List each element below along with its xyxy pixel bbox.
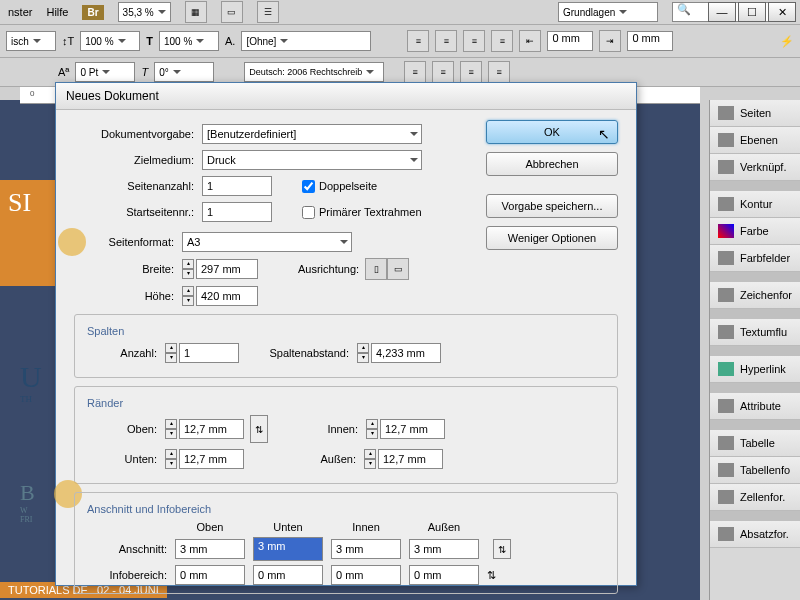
panel-parastyle[interactable]: Absatzfor. (710, 521, 800, 548)
close-button[interactable]: ✕ (768, 2, 796, 22)
scale-x[interactable]: 100 % (80, 31, 140, 51)
panel-layers[interactable]: Ebenen (710, 127, 800, 154)
workspace-select[interactable]: Grundlagen (558, 2, 658, 22)
slug-bot[interactable] (253, 565, 323, 585)
m-out-label: Außen: (266, 453, 364, 465)
panel-hyperlink[interactable]: Hyperlink (710, 356, 800, 383)
width-label: Breite: (104, 263, 182, 275)
panel-links[interactable]: Verknüpf. (710, 154, 800, 181)
margin1[interactable]: 0 mm (547, 31, 593, 51)
zoom-select[interactable]: 35,3 % (118, 2, 171, 22)
panel-charstyle[interactable]: Zeichenfor (710, 282, 800, 309)
panels-dock: Seiten Ebenen Verknüpf. Kontur Farbe Far… (709, 100, 800, 600)
justify-3-icon[interactable]: ≡ (460, 61, 482, 83)
slug-out[interactable] (409, 565, 479, 585)
char-style[interactable]: [Ohne] (241, 31, 371, 51)
panel-swatches[interactable]: Farbfelder (710, 245, 800, 272)
height-input[interactable] (196, 286, 258, 306)
window-controls: — ☐ ✕ (708, 2, 796, 22)
m-out-input[interactable] (378, 449, 443, 469)
primary-label: Primärer Textrahmen (319, 206, 422, 218)
columns-group: Spalten Anzahl: ▴▾ Spaltenabstand: ▴▾ (74, 314, 618, 378)
start-input[interactable] (202, 202, 272, 222)
align-left-icon[interactable]: ≡ (407, 30, 429, 52)
panel-stroke[interactable]: Kontur (710, 191, 800, 218)
height-label: Höhe: (104, 290, 182, 302)
primary-checkbox[interactable] (302, 206, 315, 219)
size-label: Seitenformat: (74, 236, 182, 248)
panel-cellstyle[interactable]: Zellenfor. (710, 484, 800, 511)
align-center-icon[interactable]: ≡ (435, 30, 457, 52)
portrait-icon[interactable]: ▯ (365, 258, 387, 280)
cols-g-input[interactable] (371, 343, 441, 363)
new-document-dialog: Neues Dokument OK Abbrechen Vorgabe spei… (55, 82, 637, 586)
bleed-label: Anschnitt: (87, 543, 167, 555)
cancel-button[interactable]: Abbrechen (486, 152, 618, 176)
bleed-in[interactable] (331, 539, 401, 559)
control-bar-1: isch ↕T 100 % T 100 % A. [Ohne] ≡ ≡ ≡ ≡ … (0, 25, 800, 58)
pages-label: Seitenanzahl: (74, 180, 202, 192)
margins-title: Ränder (87, 397, 605, 409)
margin2[interactable]: 0 mm (627, 31, 673, 51)
size-combo[interactable] (182, 232, 352, 252)
width-input[interactable] (196, 259, 258, 279)
view-options-icon[interactable]: ▦ (185, 1, 207, 23)
panel-pages[interactable]: Seiten (710, 100, 800, 127)
m-in-input[interactable] (380, 419, 445, 439)
bridge-badge[interactable]: Br (82, 5, 103, 20)
panel-table[interactable]: Tabelle (710, 430, 800, 457)
width-field[interactable]: isch (6, 31, 56, 51)
panel-attributes[interactable]: Attribute (710, 393, 800, 420)
align-right-icon[interactable]: ≡ (463, 30, 485, 52)
minimize-button[interactable]: — (708, 2, 736, 22)
pages-input[interactable] (202, 176, 272, 196)
facing-checkbox[interactable] (302, 180, 315, 193)
lightning-icon[interactable]: ⚡ (780, 35, 794, 48)
align-justify-icon[interactable]: ≡ (491, 30, 513, 52)
link-bleed-icon[interactable]: ⇅ (493, 539, 511, 559)
hd-out: Außen (409, 521, 479, 533)
fewer-options-button[interactable]: Weniger Optionen (486, 226, 618, 250)
start-label: Startseitennr.: (74, 206, 202, 218)
panel-color[interactable]: Farbe (710, 218, 800, 245)
bleed-out[interactable] (409, 539, 479, 559)
justify-1-icon[interactable]: ≡ (404, 61, 426, 83)
scale-x-icon: ↕T (62, 35, 74, 47)
link-slug-icon[interactable]: ⇅ (487, 569, 507, 582)
landscape-icon[interactable]: ▭ (387, 258, 409, 280)
slug-top[interactable] (175, 565, 245, 585)
angle[interactable]: 0° (154, 62, 214, 82)
m-bot-input[interactable] (179, 449, 244, 469)
intent-combo[interactable] (202, 150, 422, 170)
m-top-input[interactable] (179, 419, 244, 439)
highlight-pagesize (58, 228, 86, 256)
language[interactable]: Deutsch: 2006 Rechtschreib (244, 62, 384, 82)
margins-group: Ränder Oben: ▴▾ ⇅ Innen: ▴▾ Unten: ▴▾ Au… (74, 386, 618, 484)
panel-textwrap[interactable]: Textumflu (710, 319, 800, 346)
preset-label: Dokumentvorgabe: (74, 128, 202, 140)
scale-y[interactable]: 100 % (159, 31, 219, 51)
arrange-icon[interactable]: ☰ (257, 1, 279, 23)
link-margins-icon[interactable]: ⇅ (250, 415, 268, 443)
slug-in[interactable] (331, 565, 401, 585)
justify-4-icon[interactable]: ≡ (488, 61, 510, 83)
dialog-title: Neues Dokument (56, 83, 636, 110)
slug-label: Infobereich: (87, 569, 167, 581)
ok-button[interactable]: OK (486, 120, 618, 144)
indent-left-icon[interactable]: ⇤ (519, 30, 541, 52)
preset-combo[interactable] (202, 124, 422, 144)
bleed-top[interactable] (175, 539, 245, 559)
indent-right-icon[interactable]: ⇥ (599, 30, 621, 52)
menu-help[interactable]: Hilfe (46, 6, 68, 18)
menu-window[interactable]: nster (8, 6, 32, 18)
bleed-bot[interactable]: 3 mm (253, 537, 323, 561)
bleed-group: Anschnitt und Infobereich ObenUntenInnen… (74, 492, 618, 594)
panel-tablestyle[interactable]: Tabellenfo (710, 457, 800, 484)
maximize-button[interactable]: ☐ (738, 2, 766, 22)
hd-top: Oben (175, 521, 245, 533)
kern[interactable]: 0 Pt (75, 62, 135, 82)
cols-n-input[interactable] (179, 343, 239, 363)
save-preset-button[interactable]: Vorgabe speichern... (486, 194, 618, 218)
screen-mode-icon[interactable]: ▭ (221, 1, 243, 23)
justify-2-icon[interactable]: ≡ (432, 61, 454, 83)
